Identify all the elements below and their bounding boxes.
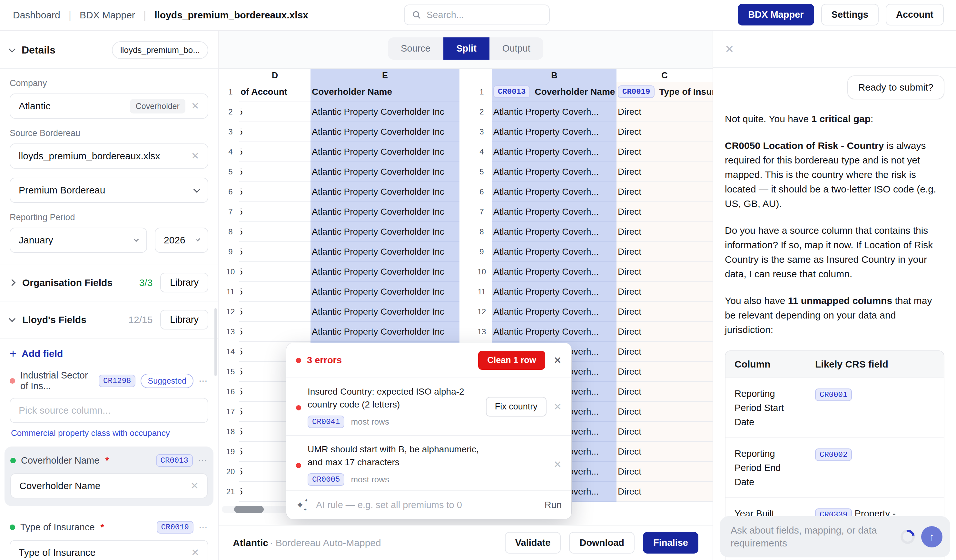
sidebar-scrollbar[interactable] <box>214 308 217 376</box>
mapped-cell-c[interactable]: Direct <box>616 202 712 222</box>
source-header-cell[interactable]: Coverholder Name <box>310 82 459 102</box>
close-popup-icon[interactable]: ✕ <box>553 356 562 365</box>
bdx-mapper-button[interactable]: BDX Mapper <box>738 4 814 25</box>
mapped-header-cell[interactable]: CR0013Coverholder Name <box>492 82 616 102</box>
coverholder-name-input[interactable]: Coverholder Name ✕ <box>10 473 208 499</box>
mapped-cell-b[interactable]: Atlantic Property Coverh... <box>492 142 616 162</box>
source-cell-d[interactable]: 5 <box>239 302 310 322</box>
mapped-cell-b[interactable]: Atlantic Property Coverh... <box>492 122 616 142</box>
add-field-button[interactable]: + Add field <box>0 338 218 363</box>
source-cell-d[interactable]: 5 <box>239 222 310 242</box>
mapped-cell-c[interactable]: Direct <box>616 262 712 282</box>
mapped-cell-b[interactable]: Atlantic Property Coverh... <box>492 282 616 302</box>
mapped-cell-c[interactable]: Direct <box>616 482 712 502</box>
mapped-cell-c[interactable]: Direct <box>616 302 712 322</box>
finalise-button[interactable]: Finalise <box>643 532 698 554</box>
source-cell-e[interactable]: Atlantic Property Coverholder Inc <box>310 282 459 302</box>
source-cell-e[interactable]: Atlantic Property Coverholder Inc <box>310 162 459 182</box>
company-field[interactable]: Atlantic Coverholder ✕ <box>9 93 208 119</box>
mapped-cell-b[interactable]: Atlantic Property Coverh... <box>492 202 616 222</box>
clear-company-icon[interactable]: ✕ <box>191 101 199 111</box>
source-cell-d[interactable]: 5 <box>239 182 310 202</box>
field-menu-icon[interactable]: ⋯ <box>198 455 208 466</box>
mapped-cell-b[interactable]: Atlantic Property Coverh... <box>492 242 616 262</box>
assistant-chat-input[interactable]: Ask about fields, mapping, or data requi… <box>720 516 950 557</box>
mapped-cell-c[interactable]: Direct <box>616 462 712 482</box>
tab-source[interactable]: Source <box>388 38 443 60</box>
mapped-header-cell[interactable]: CR0019Type of Insura <box>616 82 712 102</box>
mapped-cell-c[interactable]: Direct <box>616 442 712 462</box>
mapped-cell-c[interactable]: Direct <box>616 382 712 402</box>
source-cell-e[interactable]: Atlantic Property Coverholder Inc <box>310 102 459 122</box>
column-letter-d[interactable]: D <box>239 69 310 82</box>
settings-button[interactable]: Settings <box>821 4 879 25</box>
source-cell-d[interactable]: 5 <box>239 142 310 162</box>
source-header-cell[interactable]: of Account <box>239 82 310 102</box>
field-menu-icon[interactable]: ⋯ <box>199 376 208 386</box>
mapped-cell-c[interactable]: Direct <box>616 182 712 202</box>
source-cell-e[interactable]: Atlantic Property Coverholder Inc <box>310 262 459 282</box>
mapped-cell-b[interactable]: Atlantic Property Coverh... <box>492 102 616 122</box>
dismiss-error-icon[interactable]: ✕ <box>553 402 562 412</box>
source-cell-e[interactable]: Atlantic Property Coverholder Inc <box>310 182 459 202</box>
mapped-cell-c[interactable]: Direct <box>616 322 712 342</box>
source-cell-d[interactable]: 5 <box>239 122 310 142</box>
source-cell-e[interactable]: Atlantic Property Coverholder Inc <box>310 302 459 322</box>
source-cell-d[interactable]: 5 <box>239 202 310 222</box>
type-of-insurance-input[interactable]: Type of Insurance ✕ <box>9 540 208 560</box>
organisation-library-button[interactable]: Library <box>160 273 208 293</box>
mapped-cell-c[interactable]: Direct <box>616 162 712 182</box>
mapped-cell-c[interactable]: Direct <box>616 142 712 162</box>
mapped-cell-b[interactable]: Atlantic Property Coverh... <box>492 262 616 282</box>
run-button[interactable]: Run <box>545 500 562 510</box>
mapped-cell-c[interactable]: Direct <box>616 122 712 142</box>
dismiss-error-icon[interactable]: ✕ <box>553 460 562 469</box>
source-cell-e[interactable]: Atlantic Property Coverholder Inc <box>310 222 459 242</box>
source-bordereau-field[interactable]: lloyds_premium_bordereaux.xlsx ✕ <box>9 143 208 168</box>
field-menu-icon[interactable]: ⋯ <box>199 522 208 533</box>
mapped-cell-c[interactable]: Direct <box>616 242 712 262</box>
year-select[interactable]: 2026 <box>155 228 208 253</box>
lloyds-fields-section[interactable]: Lloyd's Fields 12/15 Library <box>0 302 218 338</box>
source-cell-d[interactable]: 5 <box>239 162 310 182</box>
tab-split[interactable]: Split <box>443 38 489 60</box>
lloyds-library-button[interactable]: Library <box>160 310 208 329</box>
mapped-cell-c[interactable]: Direct <box>616 362 712 382</box>
source-cell-d[interactable]: 5 <box>239 282 310 302</box>
download-button[interactable]: Download <box>569 532 635 554</box>
source-cell-d[interactable]: 5 <box>239 102 310 122</box>
mapped-cell-c[interactable]: Direct <box>616 222 712 242</box>
source-cell-d[interactable]: 5 <box>239 262 310 282</box>
chevron-right-icon[interactable] <box>9 279 16 286</box>
source-cell-e[interactable]: Atlantic Property Coverholder Inc <box>310 202 459 222</box>
clear-field-icon[interactable]: ✕ <box>190 481 199 491</box>
close-assistant-icon[interactable]: ✕ <box>725 44 734 55</box>
ai-rule-input[interactable]: AI rule — e.g. set all premiums to 0 <box>316 500 538 510</box>
clear-field-icon[interactable]: ✕ <box>191 548 199 557</box>
organisation-fields-section[interactable]: Organisation Fields 3/3 Library <box>0 264 218 301</box>
source-cell-e[interactable]: Atlantic Property Coverholder Inc <box>310 322 459 342</box>
chevron-down-icon[interactable] <box>9 315 16 322</box>
details-file-pill[interactable]: lloyds_premium_bo... <box>112 41 208 59</box>
horizontal-scrollbar-thumb[interactable] <box>234 506 264 513</box>
validate-button[interactable]: Validate <box>505 532 561 554</box>
account-button[interactable]: Account <box>886 4 944 25</box>
source-cell-d[interactable]: 5 <box>239 242 310 262</box>
month-select[interactable]: January <box>9 228 147 253</box>
column-letter-b[interactable]: B <box>492 69 616 82</box>
nav-bdx-mapper-link[interactable]: BDX Mapper <box>80 9 135 20</box>
source-cell-e[interactable]: Atlantic Property Coverholder Inc <box>310 242 459 262</box>
mapped-cell-c[interactable]: Direct <box>616 102 712 122</box>
chevron-down-icon[interactable] <box>9 46 16 53</box>
tab-output[interactable]: Output <box>489 38 543 60</box>
mapped-cell-b[interactable]: Atlantic Property Coverh... <box>492 162 616 182</box>
pick-source-column-input[interactable]: Pick source column... <box>9 398 208 423</box>
fix-country-button[interactable]: Fix country <box>486 397 547 417</box>
mapped-cell-c[interactable]: Direct <box>616 282 712 302</box>
mapped-cell-b[interactable]: Atlantic Property Coverh... <box>492 302 616 322</box>
source-cell-e[interactable]: Atlantic Property Coverholder Inc <box>310 122 459 142</box>
source-cell-e[interactable]: Atlantic Property Coverholder Inc <box>310 142 459 162</box>
field-hint-link[interactable]: Commercial property class with occupancy <box>11 428 208 438</box>
mapped-cell-c[interactable]: Direct <box>616 422 712 442</box>
column-letter-c[interactable]: C <box>616 69 712 82</box>
